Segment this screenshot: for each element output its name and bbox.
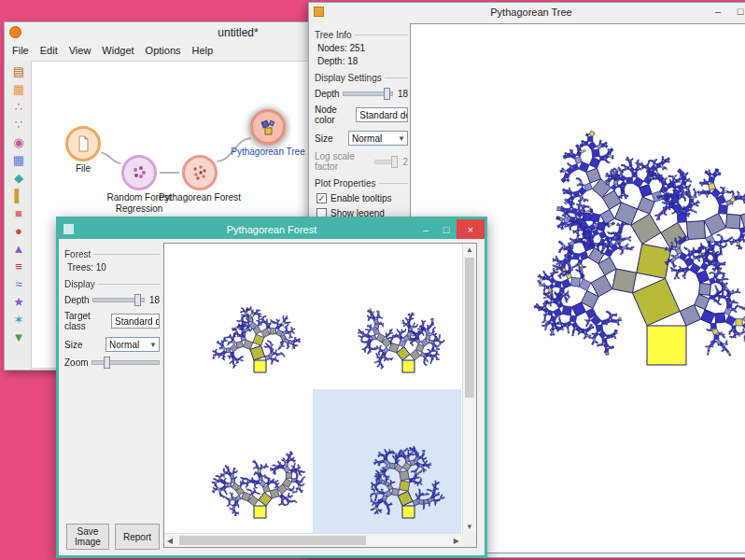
target-class-select[interactable]: Standard devia▼ <box>111 314 160 329</box>
display-settings-header: Display Settings <box>315 73 382 83</box>
tree-thumbnail-3[interactable] <box>164 389 313 533</box>
menu-help[interactable]: Help <box>187 44 219 57</box>
depth-label: Depth <box>315 89 340 99</box>
tree-thumbnail-canvas <box>316 397 457 527</box>
size-select[interactable]: Normal▼ <box>105 337 160 352</box>
log-scale-value: 2 <box>398 157 408 167</box>
widget-node-file[interactable]: File <box>65 126 101 161</box>
maximize-button[interactable]: □ <box>436 219 457 239</box>
network-icon[interactable]: ◉ <box>9 133 28 150</box>
log-scale-label: Log scale factor <box>315 151 372 172</box>
checkbox-checked-icon: ✓ <box>316 193 327 203</box>
scatter-plot-icon[interactable]: ∴ <box>9 98 28 115</box>
forest-header: Forest <box>64 249 91 259</box>
widget-node-pythagorean-tree[interactable]: Pythagorean Tree <box>250 109 286 145</box>
main-window-title: untitled* <box>218 26 258 39</box>
chevron-down-icon: ▼ <box>149 341 157 349</box>
scroll-left-icon[interactable]: ◀ <box>167 537 173 545</box>
tree-titlebar[interactable]: Pythagorean Tree – □ <box>309 3 745 21</box>
menu-edit[interactable]: Edit <box>35 44 63 57</box>
sieve-diagram-icon[interactable]: ● <box>9 222 28 239</box>
target-class-label: Target class <box>64 311 108 331</box>
forest-titlebar[interactable]: Pythagorean Forest – □ × <box>59 219 485 239</box>
menu-file[interactable]: File <box>7 44 35 57</box>
widget-label: Pythagorean Forest <box>159 192 241 203</box>
scroll-right-icon[interactable]: ▶ <box>454 537 459 545</box>
widget-label: File <box>42 163 124 175</box>
forest-settings-panel: Forest Trees: 10 Display Depth 18 Target… <box>64 243 160 552</box>
orange-logo-icon <box>9 26 21 38</box>
distributions-icon[interactable]: ∵ <box>9 116 28 133</box>
scroll-up-icon[interactable]: ▲ <box>463 245 476 254</box>
workflow-link[interactable] <box>102 153 121 163</box>
node-color-label: Node color <box>315 105 353 125</box>
rank-icon[interactable]: ★ <box>9 293 28 310</box>
tree-depth-info: Depth: 18 <box>317 56 408 66</box>
widget-node-pythagorean-forest[interactable]: Pythagorean Forest <box>182 155 218 190</box>
tree-thumbnail-canvas <box>316 251 457 382</box>
menu-widget[interactable]: Widget <box>96 44 139 57</box>
scrollbar-corner <box>462 533 476 547</box>
depth-slider-handle[interactable] <box>384 88 390 100</box>
tree-window-title: Pythagorean Tree <box>490 7 571 18</box>
horizontal-scroll-thumb[interactable] <box>179 536 366 545</box>
depth-slider-handle[interactable] <box>134 294 141 306</box>
tree-thumbnail-4-selected[interactable] <box>313 389 461 533</box>
learner-icon[interactable]: ▲ <box>9 240 28 257</box>
pythagorean-forest-widget-icon <box>182 155 218 190</box>
zoom-label: Zoom <box>64 357 89 368</box>
tree-viewer-icon[interactable]: ◆ <box>9 169 28 186</box>
tree-window-icon <box>314 7 324 17</box>
size-select[interactable]: Normal▼ <box>348 131 408 146</box>
forest-window-title: Pythagorean Forest <box>227 224 317 235</box>
forest-grid-panel: ▲ ▼ ◀ ▶ <box>163 243 477 548</box>
pca-icon[interactable]: ▼ <box>9 329 28 345</box>
tree-thumbnail-2[interactable] <box>313 244 461 389</box>
minimize-button[interactable]: – <box>707 4 729 19</box>
report-button[interactable]: Report <box>115 524 160 550</box>
trees-count: Trees: 10 <box>67 262 160 273</box>
random-forest-widget-icon <box>121 155 157 190</box>
file-widget-icon <box>65 126 101 161</box>
vertical-scrollbar[interactable]: ▲ ▼ <box>462 244 476 533</box>
minimize-button[interactable]: – <box>415 219 436 239</box>
maximize-button[interactable]: □ <box>729 4 745 19</box>
depth-slider[interactable] <box>92 298 145 302</box>
file-import-icon[interactable]: ▤ <box>9 63 28 79</box>
tree-thumbnail-canvas <box>168 397 308 527</box>
node-color-select[interactable]: Standard devia▼ <box>356 107 408 122</box>
menu-options[interactable]: Options <box>140 44 187 57</box>
depth-value: 18 <box>396 89 408 99</box>
display-header: Display <box>64 279 95 289</box>
vertical-scroll-thumb[interactable] <box>465 258 474 398</box>
save-image-button[interactable]: Save Image <box>66 524 109 550</box>
pythagorean-tree-widget-icon <box>250 109 286 145</box>
scroll-down-icon[interactable]: ▼ <box>463 523 476 531</box>
widget-toolbox: ▤▦∴∵◉▦◆▌■●▲≡≈★✶▼ <box>7 61 32 368</box>
predictions-icon[interactable]: ≈ <box>9 275 28 292</box>
heat-map-icon[interactable]: ▦ <box>9 151 28 168</box>
desktop: untitled* FileEditViewWidgetOptionsHelp … <box>0 0 745 560</box>
depth-value: 18 <box>148 295 160 305</box>
tree-thumbnail-1[interactable] <box>164 244 313 389</box>
plot-properties-header: Plot Properties <box>315 178 376 189</box>
depth-slider[interactable] <box>343 91 393 96</box>
tree-thumbnail-canvas <box>168 251 308 382</box>
close-button[interactable]: × <box>457 219 485 239</box>
chevron-down-icon: ▼ <box>398 134 405 143</box>
data-table-icon[interactable]: ▦ <box>9 80 28 97</box>
zoom-slider[interactable] <box>91 360 160 365</box>
pythagorean-forest-window: Pythagorean Forest – □ × Forest Trees: 1… <box>56 217 487 558</box>
mosaic-display-icon[interactable]: ■ <box>9 204 28 221</box>
tree-thumbnail-grid <box>164 244 462 533</box>
forest-window-icon <box>63 224 74 234</box>
enable-tooltips-checkbox[interactable]: ✓ Enable tooltips <box>316 193 408 203</box>
depth-label: Depth <box>64 295 90 305</box>
widget-node-random-forest-regression[interactable]: Random Forest Regression <box>121 155 157 190</box>
test-score-icon[interactable]: ≡ <box>9 258 28 274</box>
preprocess-icon[interactable]: ✶ <box>9 311 28 328</box>
zoom-slider-handle[interactable] <box>104 357 110 369</box>
horizontal-scrollbar[interactable]: ◀ ▶ <box>164 533 462 547</box>
menu-view[interactable]: View <box>63 44 97 57</box>
box-plot-icon[interactable]: ▌ <box>9 187 28 203</box>
